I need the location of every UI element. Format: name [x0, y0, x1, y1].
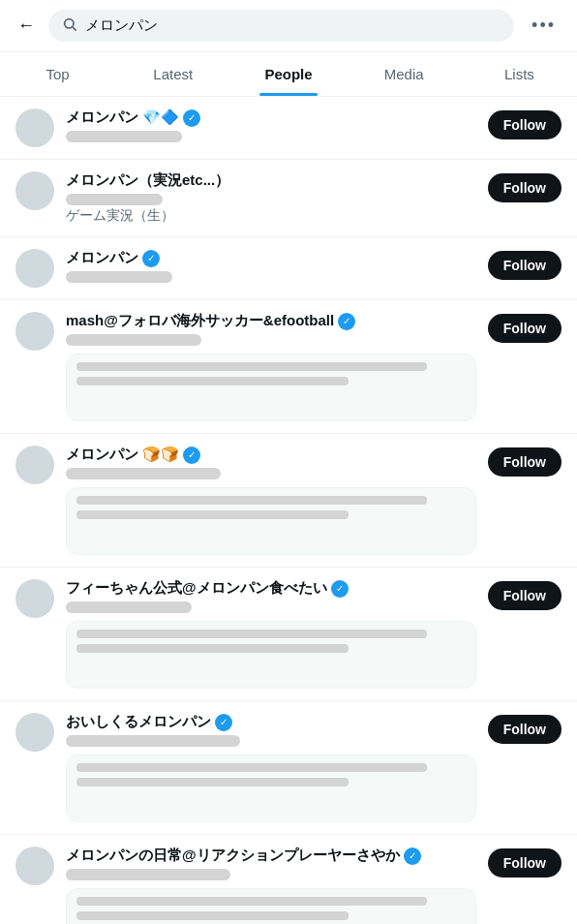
person-info: メロンパン（実況etc...）ゲーム実況（生） [66, 171, 476, 225]
handle-bar [66, 869, 230, 880]
list-item: フィーちゃん公式@メロンパン食べたい✓Follow [0, 568, 577, 701]
svg-point-0 [65, 19, 74, 28]
avatar [15, 847, 54, 885]
avatar [15, 713, 54, 752]
name-row: おいしくるメロンパン✓ [66, 713, 476, 731]
people-list: メロンパン 💎🔷✓Followメロンパン（実況etc...）ゲーム実況（生）Fo… [0, 97, 577, 924]
preview-box [66, 621, 476, 689]
follow-col: Follow [488, 171, 562, 202]
avatar [15, 312, 54, 351]
search-query: メロンパン [85, 16, 158, 35]
preview-box [66, 755, 476, 822]
list-item: おいしくるメロンパン✓Follow [0, 701, 577, 835]
avatar [15, 579, 54, 618]
handle-bar [66, 334, 201, 346]
preview-box [66, 487, 476, 555]
bio-text: ゲーム実況（生） [66, 207, 476, 225]
verified-icon: ✓ [142, 250, 160, 267]
preview-box [66, 888, 476, 924]
person-info: フィーちゃん公式@メロンパン食べたい✓ [66, 579, 476, 689]
name-row: フィーちゃん公式@メロンパン食べたい✓ [66, 579, 476, 598]
handle-bar [66, 271, 172, 283]
follow-col: Follow [488, 249, 562, 280]
search-icon [62, 16, 77, 35]
top-bar: ← メロンパン ••• [0, 0, 577, 52]
follow-button[interactable]: Follow [488, 173, 562, 202]
follow-col: Follow [488, 312, 562, 343]
person-info: メロンパン 💎🔷✓ [66, 108, 476, 142]
tabs-bar: Top Latest People Media Lists [0, 52, 577, 97]
person-name: メロンパンの日常@リアクションプレーヤーさやか [66, 847, 400, 865]
avatar [15, 249, 54, 288]
tab-top[interactable]: Top [0, 52, 115, 96]
follow-col: Follow [488, 713, 562, 744]
person-name: メロンパン 🍞🍞 [66, 446, 179, 464]
handle-bar [66, 735, 240, 747]
person-info: mash@フォロバ海外サッカー&efootball✓ [66, 312, 476, 421]
preview-box [66, 354, 476, 421]
follow-button[interactable]: Follow [488, 715, 562, 744]
verified-icon: ✓ [183, 447, 200, 464]
follow-button[interactable]: Follow [488, 447, 562, 477]
person-info: おいしくるメロンパン✓ [66, 713, 476, 822]
name-row: メロンパン（実況etc...） [66, 171, 476, 190]
person-info: メロンパン✓ [66, 249, 476, 283]
handle-bar [66, 194, 163, 205]
list-item: メロンパンの日常@リアクションプレーヤーさやか✓Follow [0, 835, 577, 924]
follow-button[interactable]: Follow [488, 251, 562, 280]
person-info: メロンパン 🍞🍞✓ [66, 446, 476, 555]
handle-bar [66, 131, 182, 142]
follow-button[interactable]: Follow [488, 110, 562, 139]
person-info: メロンパンの日常@リアクションプレーヤーさやか✓ [66, 847, 476, 924]
name-row: メロンパンの日常@リアクションプレーヤーさやか✓ [66, 847, 476, 865]
name-row: メロンパン 🍞🍞✓ [66, 446, 476, 464]
back-button[interactable]: ← [14, 12, 39, 40]
avatar [15, 171, 54, 210]
list-item: メロンパン 🍞🍞✓Follow [0, 434, 577, 568]
verified-icon: ✓ [215, 714, 232, 731]
more-button[interactable]: ••• [524, 12, 563, 40]
tab-people[interactable]: People [230, 52, 346, 96]
handle-bar [66, 468, 221, 479]
follow-col: Follow [488, 579, 562, 610]
person-name: メロンパン（実況etc...） [66, 171, 229, 190]
verified-icon: ✓ [338, 313, 355, 330]
follow-button[interactable]: Follow [488, 848, 562, 878]
avatar [15, 446, 54, 484]
follow-button[interactable]: Follow [488, 314, 562, 343]
list-item: メロンパン（実況etc...）ゲーム実況（生）Follow [0, 160, 577, 237]
name-row: mash@フォロバ海外サッカー&efootball✓ [66, 312, 476, 330]
follow-col: Follow [488, 847, 562, 878]
person-name: おいしくるメロンパン [66, 713, 211, 731]
list-item: メロンパン✓Follow [0, 237, 577, 300]
follow-col: Follow [488, 108, 562, 139]
person-name: mash@フォロバ海外サッカー&efootball [66, 312, 334, 330]
follow-button[interactable]: Follow [488, 581, 562, 610]
list-item: mash@フォロバ海外サッカー&efootball✓Follow [0, 300, 577, 434]
verified-icon: ✓ [404, 847, 421, 865]
verified-icon: ✓ [331, 580, 349, 598]
name-row: メロンパン✓ [66, 249, 476, 267]
person-name: フィーちゃん公式@メロンパン食べたい [66, 579, 327, 598]
back-icon: ← [17, 15, 35, 35]
more-icon: ••• [531, 15, 556, 35]
tab-lists[interactable]: Lists [462, 52, 577, 96]
person-name: メロンパン 💎🔷 [66, 108, 179, 127]
tab-media[interactable]: Media [347, 52, 462, 96]
list-item: メロンパン 💎🔷✓Follow [0, 97, 577, 160]
verified-icon: ✓ [183, 109, 200, 127]
handle-bar [66, 601, 192, 613]
svg-line-1 [73, 27, 76, 31]
tab-latest[interactable]: Latest [115, 52, 230, 96]
avatar [15, 108, 54, 147]
follow-col: Follow [488, 446, 562, 477]
person-name: メロンパン [66, 249, 138, 267]
search-box[interactable]: メロンパン [48, 10, 514, 42]
name-row: メロンパン 💎🔷✓ [66, 108, 476, 127]
